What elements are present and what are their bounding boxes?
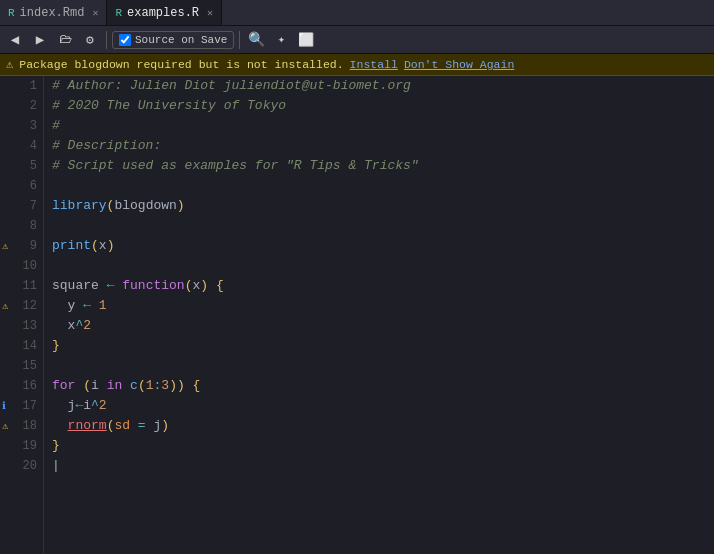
line-number-11: 11	[23, 279, 37, 293]
line-number-7: 7	[30, 199, 37, 213]
code-line-7: library(blogdown)	[52, 196, 714, 216]
code-line-18: rnorm(sd = j)	[52, 416, 714, 436]
source-on-save-button[interactable]: Source on Save	[112, 31, 234, 49]
code-line-6	[52, 176, 714, 196]
code-line-17: j←i^2	[52, 396, 714, 416]
install-link[interactable]: Install	[350, 58, 398, 71]
line-number-18: 18	[23, 419, 37, 433]
gutter-line-1: 1	[0, 76, 43, 96]
spellcheck-icon: ✦	[278, 32, 285, 47]
back-button[interactable]: ◀	[4, 29, 26, 51]
tab-examples-r[interactable]: R examples.R ✕	[107, 0, 222, 25]
code-line-12: y ← 1	[52, 296, 714, 316]
code-line-11: square ← function(x) {	[52, 276, 714, 296]
gutter-line-8: 8	[0, 216, 43, 236]
gutter-line-9: ⚠9	[0, 236, 43, 256]
warn-indicator-9: ⚠	[2, 240, 8, 252]
code-line-2: # 2020 The University of Tokyo	[52, 96, 714, 116]
code-content[interactable]: # Author: Julien Diot juliendiot@ut-biom…	[44, 76, 714, 554]
search-button[interactable]: 🔍	[245, 29, 267, 51]
code-line-20: |	[52, 456, 714, 476]
line-number-17: 17	[23, 399, 37, 413]
gutter-line-16: 16	[0, 376, 43, 396]
line-number-1: 1	[30, 79, 37, 93]
line-number-19: 19	[23, 439, 37, 453]
tab-examples-r-label: examples.R	[127, 6, 199, 20]
line-number-gutter: 12345678⚠91011⚠1213141516ℹ17⚠181920	[0, 76, 44, 554]
gutter-line-17: ℹ17	[0, 396, 43, 416]
gutter-line-2: 2	[0, 96, 43, 116]
search-icon: 🔍	[248, 31, 265, 48]
gutter-line-19: 19	[0, 436, 43, 456]
gutter-line-3: 3	[0, 116, 43, 136]
code-line-1: # Author: Julien Diot juliendiot@ut-biom…	[52, 76, 714, 96]
tab-bar: R index.Rmd ✕ R examples.R ✕	[0, 0, 714, 26]
gutter-line-18: ⚠18	[0, 416, 43, 436]
line-number-20: 20	[23, 459, 37, 473]
line-number-12: 12	[23, 299, 37, 313]
gutter-line-11: 11	[0, 276, 43, 296]
gutter-line-10: 10	[0, 256, 43, 276]
gutter-line-6: 6	[0, 176, 43, 196]
fullscreen-button[interactable]: ⬜	[295, 29, 317, 51]
code-line-13: x^2	[52, 316, 714, 336]
forward-button[interactable]: ▶	[29, 29, 51, 51]
tab-index-rmd[interactable]: R index.Rmd ✕	[0, 0, 107, 25]
compile-button[interactable]: ⚙	[79, 29, 101, 51]
spellcheck-button[interactable]: ✦	[270, 29, 292, 51]
code-line-9: print(x)	[52, 236, 714, 256]
gutter-line-14: 14	[0, 336, 43, 356]
code-line-4: # Description:	[52, 136, 714, 156]
code-line-10	[52, 256, 714, 276]
warn-indicator-12: ⚠	[2, 300, 8, 312]
gutter-line-12: ⚠12	[0, 296, 43, 316]
warning-icon: ⚠	[6, 57, 13, 72]
line-number-15: 15	[23, 359, 37, 373]
line-number-2: 2	[30, 99, 37, 113]
code-line-3: #	[52, 116, 714, 136]
info-indicator-17: ℹ	[2, 400, 6, 412]
line-number-9: 9	[30, 239, 37, 253]
tab-index-rmd-close[interactable]: ✕	[92, 7, 98, 19]
back-icon: ◀	[11, 31, 19, 48]
tab-index-rmd-label: index.Rmd	[20, 6, 85, 20]
line-number-13: 13	[23, 319, 37, 333]
dont-show-again-link[interactable]: Don't Show Again	[404, 58, 514, 71]
show-in-folder-button[interactable]: 🗁	[54, 29, 76, 51]
r-file-icon: R	[115, 7, 122, 19]
gutter-line-4: 4	[0, 136, 43, 156]
line-number-4: 4	[30, 139, 37, 153]
line-number-16: 16	[23, 379, 37, 393]
line-number-5: 5	[30, 159, 37, 173]
code-line-19: }	[52, 436, 714, 456]
code-line-15	[52, 356, 714, 376]
rmd-file-icon: R	[8, 7, 15, 19]
code-line-8	[52, 216, 714, 236]
forward-icon: ▶	[36, 31, 44, 48]
toolbar-sep-2	[239, 31, 240, 49]
gutter-line-5: 5	[0, 156, 43, 176]
line-number-6: 6	[30, 179, 37, 193]
compile-icon: ⚙	[86, 32, 94, 48]
line-number-14: 14	[23, 339, 37, 353]
toolbar: ◀ ▶ 🗁 ⚙ Source on Save 🔍 ✦ ⬜	[0, 26, 714, 54]
gutter-line-15: 15	[0, 356, 43, 376]
gutter-line-7: 7	[0, 196, 43, 216]
folder-icon: 🗁	[59, 32, 72, 47]
line-number-8: 8	[30, 219, 37, 233]
gutter-line-20: 20	[0, 456, 43, 476]
warning-message: Package blogdown required but is not ins…	[19, 58, 343, 71]
source-on-save-label: Source on Save	[135, 34, 227, 46]
line-number-10: 10	[23, 259, 37, 273]
source-on-save-checkbox[interactable]	[119, 34, 131, 46]
code-area: 12345678⚠91011⚠1213141516ℹ17⚠181920 # Au…	[0, 76, 714, 554]
line-number-3: 3	[30, 119, 37, 133]
gutter-line-13: 13	[0, 316, 43, 336]
fullscreen-icon: ⬜	[298, 32, 314, 48]
warn-indicator-18: ⚠	[2, 420, 8, 432]
warning-bar: ⚠ Package blogdown required but is not i…	[0, 54, 714, 76]
tab-examples-r-close[interactable]: ✕	[207, 7, 213, 19]
toolbar-sep-1	[106, 31, 107, 49]
code-line-5: # Script used as examples for "R Tips & …	[52, 156, 714, 176]
code-line-16: for (i in c(1:3)) {	[52, 376, 714, 396]
